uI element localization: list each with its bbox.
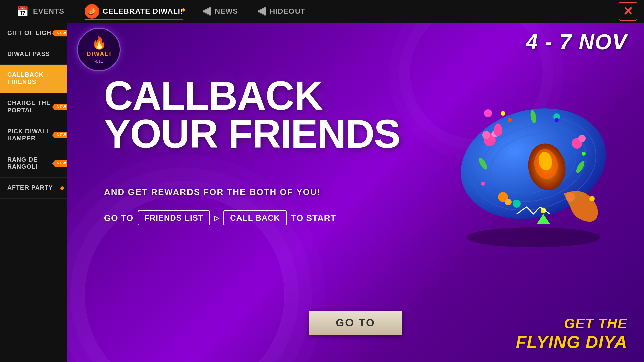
svg-point-28 [582,152,586,156]
signal-wave-icon2 [258,7,266,16]
sidebar-item-rang-de[interactable]: RANG DE RANGOLI NEW [0,149,67,178]
svg-point-25 [589,196,595,201]
main-title: CALLBACK YOUR FRIENDS [104,76,400,153]
free-fire-logo-icon: 🔥 [92,36,107,50]
friends-list-button[interactable]: FRIENDS LIST [138,210,210,225]
get-the-flying-diya-text: GET THE FLYING DIYA [516,316,627,352]
svg-point-26 [508,118,512,122]
svg-point-11 [578,135,586,142]
nav-signal-news[interactable]: NEWS [193,7,248,16]
badge-new-pick: NEW [52,132,69,138]
sidebar-item-callback-friends[interactable]: CALLBACK FRIENDS [0,65,67,93]
nav-celebrate[interactable]: 🪔 CELEBRATE DIWALI! ◆ [74,4,193,19]
title-line2: YOUR FRIENDS [104,115,400,153]
nav-news-label: NEWS [215,7,238,16]
instr-to-start: TO START [291,213,336,223]
sidebar-label-callback-friends: CALLBACK FRIENDS [7,71,60,86]
badge-new-rang: NEW [52,160,69,167]
sidebar-item-pick-diwali[interactable]: PICK DIWALI HAMPER NEW [0,121,67,149]
svg-point-20 [484,109,492,117]
svg-point-13 [505,199,512,205]
nav-hideout[interactable]: HIDEOUT [248,7,315,16]
svg-point-24 [466,227,600,247]
diamond-after-party-icon: ◆ [60,185,64,191]
sidebar-label-charge-portal: CHARGE THE PORTAL [7,100,60,114]
svg-point-8 [482,131,490,139]
diwali-logo-icon: 🪔 [85,4,99,19]
instr-go-to: GO TO [104,213,133,223]
diwali-badge-sub: 4/11 [95,59,103,64]
sidebar-item-charge-portal[interactable]: CHARGE THE PORTAL NEW [0,93,67,121]
sidebar-item-gift-of-light[interactable]: GIFT OF LIGHT NEW [0,23,67,44]
badge-new-charge: NEW [52,104,69,110]
goto-button[interactable]: GO TO [309,311,402,335]
flying-diya-label: FLYING DIYA [516,332,627,352]
sidebar: GIFT OF LIGHT NEW DIWALI PASS CALLBACK F… [0,23,67,362]
sidebar-label-diwali-pass: DIWALI PASS [7,51,50,58]
sidebar-item-diwali-pass[interactable]: DIWALI PASS [0,44,67,65]
top-nav: 📅 EVENTS 🪔 CELEBRATE DIWALI! ◆ NEWS HIDE… [0,0,644,23]
nav-events-label: EVENTS [33,7,64,16]
get-the-label: GET THE [516,316,627,332]
main-layout: GIFT OF LIGHT NEW DIWALI PASS CALLBACK F… [0,23,644,362]
close-button[interactable]: ✕ [619,2,637,21]
nav-events[interactable]: 📅 EVENTS [7,6,74,17]
call-back-button[interactable]: CALL BACK [223,210,287,225]
diwali-badge: 🔥 Diwali 4/11 [77,28,121,71]
diwali-badge-circle: 🔥 Diwali 4/11 [77,28,121,71]
arrow-icon: ▷ [214,214,219,222]
nav-celebrate-label: CELEBRATE DIWALI! [103,7,183,16]
sidebar-label-gift-of-light: GIFT OF LIGHT [7,29,55,37]
sidebar-label-pick-diwali: PICK DIWALI HAMPER [7,128,60,142]
content-area: 🔥 Diwali 4/11 4 - 7 NOV CALLBACK YOUR FR… [67,23,644,362]
svg-point-27 [555,118,559,122]
calendar-icon: 📅 [17,6,29,17]
diwali-badge-text: Diwali [87,51,112,58]
svg-point-29 [481,182,485,186]
signal-wave-icon [203,7,211,16]
sidebar-label-rang-de: RANG DE RANGOLI [7,156,60,171]
svg-point-17 [513,200,521,208]
main-subtitle: AND GET REWARDS FOR THE BOTH OF YOU! [104,187,321,197]
sidebar-item-after-party[interactable]: AFTER PARTY ◆ [0,178,67,199]
nav-hideout-label: HIDEOUT [270,7,305,16]
title-line1: CALLBACK [104,76,400,115]
sidebar-label-after-party: AFTER PARTY [7,184,53,192]
instructions-row: GO TO FRIENDS LIST ▷ CALL BACK TO START [104,210,336,225]
diamond-icon: ◆ [182,7,186,12]
flying-diya-item [429,50,637,257]
svg-point-22 [501,111,505,116]
badge-new-gift: NEW [52,30,69,36]
